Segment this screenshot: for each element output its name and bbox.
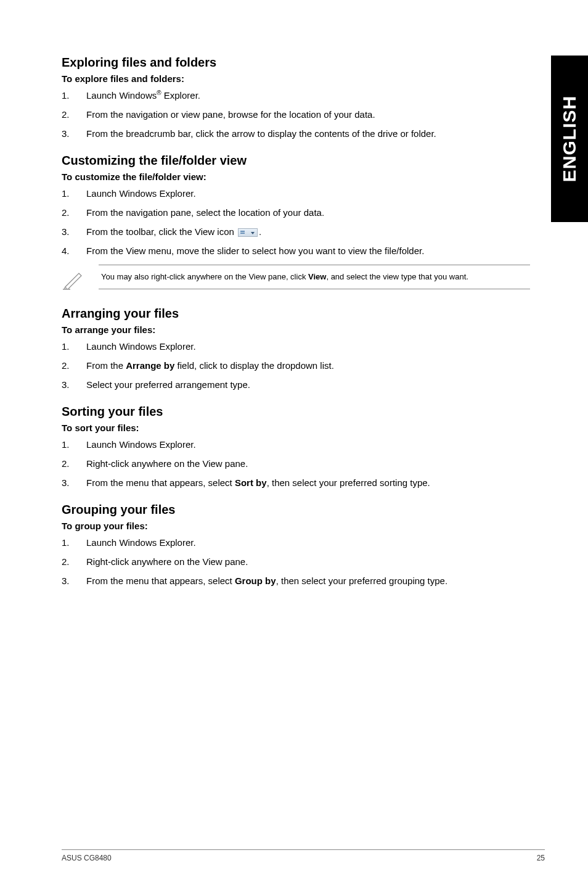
section-sub-sorting: To sort your files: [62, 423, 530, 433]
section-title-customizing: Customizing the file/folder view [62, 154, 530, 168]
step-num: 1. [62, 89, 86, 102]
step-text: From the menu that appears, select Sort … [86, 476, 530, 489]
step-text: Launch Windows Explorer. [86, 536, 530, 549]
step-text: Launch Windows® Explorer. [86, 89, 530, 102]
pencil-icon [62, 265, 99, 293]
footer-model: ASUS CG8480 [62, 854, 112, 862]
section-sub-grouping: To group your files: [62, 521, 530, 531]
section-title-grouping: Grouping your files [62, 503, 530, 517]
steps-sorting: 1. Launch Windows Explorer. 2. Right-cli… [62, 438, 530, 489]
step-text: Launch Windows Explorer. [86, 438, 530, 451]
step: 1. Launch Windows Explorer. [62, 438, 530, 451]
step: 2. From the Arrange by field, click to d… [62, 359, 530, 372]
steps-arranging: 1. Launch Windows Explorer. 2. From the … [62, 340, 530, 391]
step-num: 4. [62, 244, 86, 257]
section-sub-arranging: To arrange your files: [62, 324, 530, 335]
step-num: 3. [62, 127, 86, 140]
page-content: Exploring files and folders To explore f… [62, 56, 530, 587]
step: 2. From the navigation or view pane, bro… [62, 108, 530, 121]
language-label: ENGLISH [559, 96, 580, 182]
step-text: From the navigation pane, select the loc… [86, 206, 530, 219]
step-num: 2. [62, 108, 86, 121]
step: 4. From the View menu, move the slider t… [62, 244, 530, 257]
step: 1. Launch Windows® Explorer. [62, 89, 530, 102]
step: 3. Select your preferred arrangement typ… [62, 378, 530, 391]
note-box: You may also right-click anywhere on the… [62, 265, 530, 293]
section-sub-exploring: To explore files and folders: [62, 73, 530, 84]
step-num: 2. [62, 457, 86, 470]
step-text: From the breadcrumb bar, click the arrow… [86, 127, 530, 140]
step-num: 2. [62, 206, 86, 219]
step-text: From the toolbar, click the View icon . [86, 225, 530, 238]
steps-grouping: 1. Launch Windows Explorer. 2. Right-cli… [62, 536, 530, 587]
step-num: 1. [62, 340, 86, 353]
step: 2. Right-click anywhere on the View pane… [62, 555, 530, 568]
step-num: 2. [62, 555, 86, 568]
step: 3. From the menu that appears, select Gr… [62, 574, 530, 587]
step-num: 1. [62, 438, 86, 451]
step-text: Launch Windows Explorer. [86, 187, 530, 200]
footer-page-number: 25 [537, 854, 545, 862]
step-text: Launch Windows Explorer. [86, 340, 530, 353]
step-num: 3. [62, 476, 86, 489]
step-text: Right-click anywhere on the View pane. [86, 457, 530, 470]
step: 1. Launch Windows Explorer. [62, 187, 530, 200]
step: 3. From the toolbar, click the View icon… [62, 225, 530, 238]
step: 3. From the menu that appears, select So… [62, 476, 530, 489]
step: 2. Right-click anywhere on the View pane… [62, 457, 530, 470]
step-num: 3. [62, 378, 86, 391]
step-text: From the View menu, move the slider to s… [86, 244, 530, 257]
steps-customizing: 1. Launch Windows Explorer. 2. From the … [62, 187, 530, 257]
section-title-sorting: Sorting your files [62, 405, 530, 419]
step: 1. Launch Windows Explorer. [62, 536, 530, 549]
steps-exploring: 1. Launch Windows® Explorer. 2. From the… [62, 89, 530, 140]
step-num: 3. [62, 225, 86, 238]
section-title-exploring: Exploring files and folders [62, 56, 530, 70]
step: 3. From the breadcrumb bar, click the ar… [62, 127, 530, 140]
step-text: From the navigation or view pane, browse… [86, 108, 530, 121]
page-footer: ASUS CG8480 25 [62, 849, 545, 862]
note-text: You may also right-click anywhere on the… [99, 265, 530, 289]
section-sub-customizing: To customize the file/folder view: [62, 171, 530, 182]
language-tab: ENGLISH [551, 56, 588, 222]
step-num: 3. [62, 574, 86, 587]
view-icon [238, 228, 258, 237]
step: 1. Launch Windows Explorer. [62, 340, 530, 353]
step: 2. From the navigation pane, select the … [62, 206, 530, 219]
step-num: 1. [62, 536, 86, 549]
step-text: From the menu that appears, select Group… [86, 574, 530, 587]
step-num: 2. [62, 359, 86, 372]
step-text: Right-click anywhere on the View pane. [86, 555, 530, 568]
step-text: From the Arrange by field, click to disp… [86, 359, 530, 372]
step-text: Select your preferred arrangement type. [86, 378, 530, 391]
section-title-arranging: Arranging your files [62, 307, 530, 321]
step-num: 1. [62, 187, 86, 200]
